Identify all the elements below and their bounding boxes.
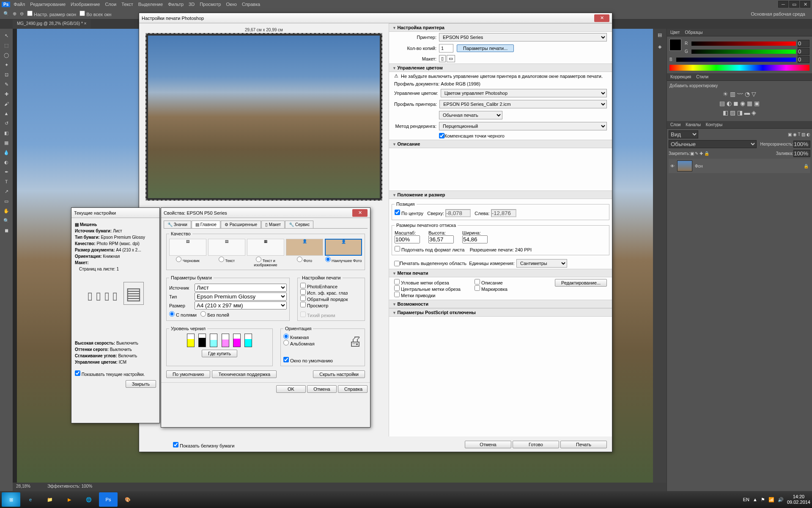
menu-view[interactable]: Просмотр: [200, 2, 221, 7]
bpc-checkbox[interactable]: [439, 133, 444, 138]
tab-service[interactable]: 🔧 Сервис: [285, 221, 313, 228]
balance-icon[interactable]: ◐: [727, 100, 732, 107]
print-button[interactable]: Печать: [560, 441, 607, 448]
preview-checkbox[interactable]: [300, 302, 306, 307]
photoenhance-checkbox[interactable]: [300, 283, 306, 288]
menu-layers[interactable]: Слои: [105, 2, 116, 7]
media-icon[interactable]: ▶: [60, 492, 79, 507]
center-checkbox[interactable]: [395, 210, 400, 215]
pen-tool-icon[interactable]: ✒: [1, 167, 11, 177]
marquee-tool-icon[interactable]: ⬚: [1, 41, 11, 50]
close-icon[interactable]: ✕: [800, 1, 810, 8]
vibrance-icon[interactable]: ▽: [752, 91, 756, 97]
cancel-button[interactable]: Отмена: [465, 441, 511, 448]
heal-tool-icon[interactable]: ✚: [1, 89, 11, 99]
layer-row[interactable]: 👁 Фон 🔒: [669, 159, 810, 173]
history-brush-icon[interactable]: ↺: [1, 119, 11, 128]
b-value[interactable]: [798, 56, 809, 63]
menu-help[interactable]: Справка: [242, 2, 260, 7]
printer-setup-header[interactable]: Настройка принтера: [389, 23, 612, 32]
help-button[interactable]: Справка: [338, 385, 368, 393]
corner-marks-checkbox[interactable]: [394, 279, 400, 284]
scale-input[interactable]: [395, 235, 420, 243]
ie-icon[interactable]: e: [21, 492, 40, 507]
reg-marks-checkbox[interactable]: [394, 292, 400, 297]
position-size-header[interactable]: Положение и размер: [389, 190, 612, 199]
default-window-checkbox[interactable]: [283, 357, 289, 362]
center-marks-checkbox[interactable]: [394, 285, 400, 291]
borderless-radio[interactable]: Без полей: [200, 312, 229, 318]
r-value[interactable]: [798, 40, 809, 47]
layout-option-icon[interactable]: ▯: [104, 290, 110, 301]
desc-mark-checkbox[interactable]: [475, 279, 480, 284]
tray-date[interactable]: 09.02.2014: [787, 500, 810, 505]
print-params-button[interactable]: Параметры печати...: [457, 44, 514, 52]
units-select[interactable]: Сантиметры: [516, 259, 567, 268]
height-input[interactable]: [428, 235, 454, 243]
show-current-checkbox[interactable]: [75, 370, 80, 376]
corrections-tab[interactable]: Коррекция: [670, 75, 691, 79]
menu-window[interactable]: Окно: [226, 2, 237, 7]
landscape-icon[interactable]: ▭: [447, 55, 455, 62]
g-slider[interactable]: [691, 50, 796, 54]
r-slider[interactable]: [691, 41, 796, 46]
opacity-input[interactable]: [793, 141, 810, 148]
tray-time[interactable]: 14:20: [787, 494, 810, 500]
zoom-tool-icon2[interactable]: 🔍: [1, 216, 11, 225]
lasso-tool-icon[interactable]: ◯: [1, 50, 11, 60]
done-button[interactable]: Готово: [513, 441, 559, 448]
zoom-tool-icon[interactable]: 🔍: [3, 11, 9, 17]
layer-filter-kind[interactable]: Вид: [669, 130, 698, 138]
render-intent-select[interactable]: Перцепционный: [439, 122, 607, 130]
explorer-icon[interactable]: 📁: [41, 492, 59, 507]
hue-icon[interactable]: ▤: [719, 100, 725, 107]
defaults-button[interactable]: По умолчанию: [166, 370, 210, 378]
menu-text[interactable]: Текст: [121, 2, 133, 7]
brightness-icon[interactable]: ☀: [723, 91, 728, 97]
dodge-tool-icon[interactable]: ◐: [1, 157, 11, 167]
copies-input[interactable]: [439, 44, 453, 52]
lang-indicator[interactable]: EN: [743, 497, 749, 502]
eyedropper-tool-icon[interactable]: ✎: [1, 80, 11, 89]
curves-icon[interactable]: 〰: [737, 91, 743, 97]
visibility-icon[interactable]: 👁: [670, 164, 675, 168]
stamp-tool-icon[interactable]: ▲: [1, 109, 11, 118]
close-icon[interactable]: ✕: [594, 14, 609, 22]
mixer-icon[interactable]: ▦: [747, 100, 752, 107]
menu-3d[interactable]: 3D: [189, 2, 195, 7]
redeye-checkbox[interactable]: [300, 289, 306, 295]
bw-icon[interactable]: ◼: [733, 100, 738, 107]
color-tab[interactable]: Цвет: [670, 30, 680, 35]
history-panel-icon[interactable]: ▤: [653, 29, 667, 41]
tray-volume-icon[interactable]: 🔊: [778, 497, 784, 502]
functions-header[interactable]: Возможности: [389, 300, 612, 308]
paths-tab[interactable]: Контуры: [706, 122, 722, 127]
postscript-header[interactable]: Параметры PostScript отключены: [389, 308, 612, 317]
size-select[interactable]: A4 (210 x 297 мм): [195, 301, 287, 309]
path-tool-icon[interactable]: ↗: [1, 187, 11, 196]
zoom-in-icon[interactable]: ⊕: [13, 11, 16, 17]
move-tool-icon[interactable]: ↖: [1, 31, 11, 40]
borders-radio[interactable]: С полями: [169, 312, 197, 318]
ok-button[interactable]: OK: [276, 385, 306, 393]
crop-tool-icon[interactable]: ⊡: [1, 70, 11, 79]
type-select[interactable]: Epson Premium Glossy: [195, 293, 287, 301]
tech-support-button[interactable]: Техническая поддержка: [212, 370, 277, 378]
channels-tab[interactable]: Каналы: [686, 122, 701, 127]
close-button[interactable]: Закрыть: [126, 380, 156, 388]
layout-option-icon[interactable]: ▯: [87, 290, 93, 301]
gradient-map-icon[interactable]: ▬: [744, 109, 750, 116]
cancel-button[interactable]: Отмена: [307, 385, 337, 393]
exposure-icon[interactable]: ◔: [745, 91, 750, 97]
quality-best[interactable]: 👤 Наилучшее Фото: [325, 239, 362, 267]
quality-draft[interactable]: ▤ Черновик: [169, 239, 206, 267]
threshold-icon[interactable]: ◨: [737, 109, 743, 116]
color-handling-select[interactable]: Цветом управляет Photoshop: [441, 89, 607, 97]
g-value[interactable]: [798, 48, 809, 55]
foreground-color[interactable]: [669, 39, 681, 51]
levels-icon[interactable]: ▥: [730, 91, 735, 97]
menu-edit[interactable]: Редактирование: [30, 2, 66, 7]
menu-file[interactable]: Файл: [14, 2, 25, 7]
start-button[interactable]: ⊞: [2, 492, 20, 507]
print-mode-select[interactable]: Обычная печать: [439, 111, 502, 119]
